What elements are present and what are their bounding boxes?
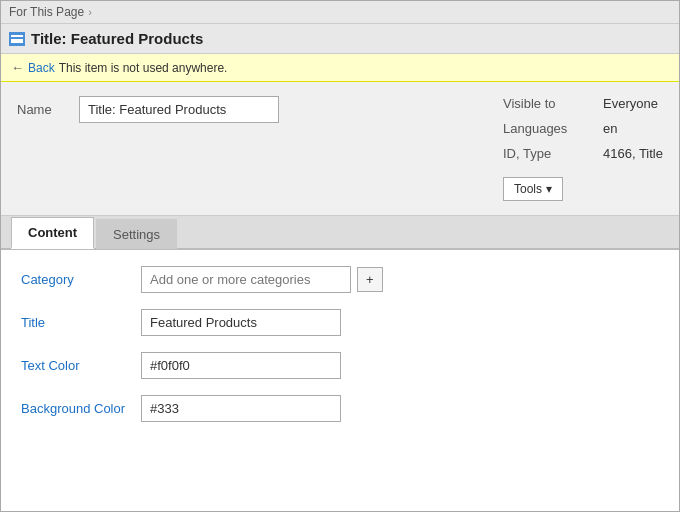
text-color-field-group bbox=[141, 352, 341, 379]
tools-button[interactable]: Tools ▾ bbox=[503, 177, 563, 201]
breadcrumb-parent: For This Page bbox=[9, 5, 84, 19]
list-icon bbox=[9, 32, 25, 46]
title-row: Title bbox=[21, 309, 659, 336]
category-row: Category + bbox=[21, 266, 659, 293]
warning-bar: ← Back This item is not used anywhere. bbox=[1, 54, 679, 82]
languages-label: Languages bbox=[503, 121, 583, 136]
languages-value: en bbox=[603, 121, 617, 136]
name-label: Name bbox=[17, 102, 67, 117]
title-input[interactable] bbox=[141, 309, 341, 336]
category-label: Category bbox=[21, 272, 141, 287]
breadcrumb-chevron: › bbox=[88, 6, 92, 18]
page-title: Title: Featured Products bbox=[31, 30, 203, 47]
back-link[interactable]: Back bbox=[28, 61, 55, 75]
background-color-label: Background Color bbox=[21, 401, 141, 416]
add-category-button[interactable]: + bbox=[357, 267, 383, 292]
warning-message: This item is not used anywhere. bbox=[59, 61, 228, 75]
visible-to-value: Everyone bbox=[603, 96, 658, 111]
background-color-row: Background Color bbox=[21, 395, 659, 422]
tabs-bar: Content Settings bbox=[1, 216, 679, 250]
title-field-group bbox=[141, 309, 341, 336]
name-input[interactable] bbox=[79, 96, 279, 123]
meta-section: Name Visible to Everyone Languages en ID… bbox=[1, 82, 679, 216]
tab-settings[interactable]: Settings bbox=[96, 219, 177, 249]
visible-to-row: Visible to Everyone bbox=[503, 96, 663, 111]
languages-row: Languages en bbox=[503, 121, 663, 136]
meta-right: Visible to Everyone Languages en ID, Typ… bbox=[503, 96, 663, 201]
id-type-label: ID, Type bbox=[503, 146, 583, 161]
text-color-label: Text Color bbox=[21, 358, 141, 373]
content-panel: Category + Title Text Color Background C… bbox=[1, 250, 679, 454]
text-color-row: Text Color bbox=[21, 352, 659, 379]
breadcrumb: For This Page › bbox=[1, 1, 679, 24]
id-type-value: 4166, Title bbox=[603, 146, 663, 161]
category-field-group: + bbox=[141, 266, 383, 293]
background-color-input[interactable] bbox=[141, 395, 341, 422]
text-color-input[interactable] bbox=[141, 352, 341, 379]
back-arrow: ← bbox=[11, 60, 24, 75]
tab-content[interactable]: Content bbox=[11, 217, 94, 249]
meta-left: Name bbox=[17, 96, 463, 123]
background-color-field-group bbox=[141, 395, 341, 422]
title-bar: Title: Featured Products bbox=[1, 24, 679, 54]
visible-to-label: Visible to bbox=[503, 96, 583, 111]
title-label: Title bbox=[21, 315, 141, 330]
id-type-row: ID, Type 4166, Title bbox=[503, 146, 663, 161]
category-input[interactable] bbox=[141, 266, 351, 293]
